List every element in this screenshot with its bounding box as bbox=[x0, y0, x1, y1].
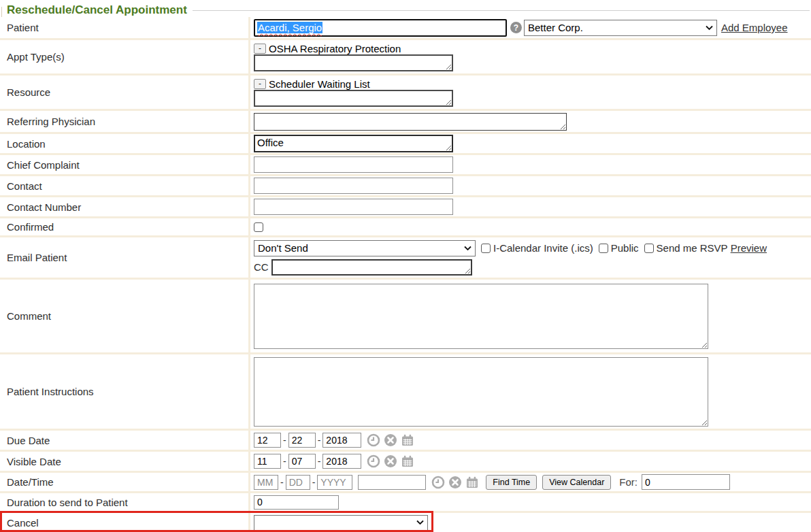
page-title: Reschedule/Cancel Appointment bbox=[7, 3, 187, 17]
resource-collapse-button[interactable]: - bbox=[254, 79, 266, 89]
due-date-year-input[interactable] bbox=[322, 433, 361, 448]
patient-input-selected-text: Acardi, Sergio bbox=[257, 22, 322, 33]
appt-types-selected: OSHA Respiratory Protection bbox=[269, 43, 401, 54]
date-separator: - bbox=[280, 477, 284, 488]
clock-icon[interactable] bbox=[367, 454, 380, 468]
company-select-value: Better Corp. bbox=[528, 22, 583, 33]
send-me-rsvp-checkbox[interactable] bbox=[644, 244, 654, 253]
date-time-month-input[interactable] bbox=[254, 475, 278, 490]
cancel-select[interactable] bbox=[254, 515, 428, 531]
patient-instructions-input[interactable] bbox=[254, 357, 708, 427]
due-date-label: Due Date bbox=[7, 435, 50, 446]
chief-complaint-input[interactable] bbox=[254, 156, 453, 173]
contact-number-input[interactable] bbox=[254, 199, 453, 215]
comment-input[interactable] bbox=[254, 284, 708, 349]
cc-input[interactable] bbox=[271, 259, 472, 276]
chief-complaint-label: Chief Complaint bbox=[7, 159, 80, 171]
calendar-icon[interactable] bbox=[401, 433, 414, 447]
appt-types-collapse-button[interactable]: - bbox=[254, 44, 266, 54]
calendar-icon[interactable] bbox=[465, 476, 479, 489]
clock-icon[interactable] bbox=[367, 433, 380, 447]
patient-input[interactable]: Acardi, Sergio bbox=[254, 19, 507, 37]
row-duration: Duration to send to Patient bbox=[0, 493, 811, 513]
add-employee-link[interactable]: Add Employee bbox=[721, 22, 788, 33]
visible-date-month-input[interactable] bbox=[254, 454, 281, 469]
chevron-down-icon bbox=[416, 520, 424, 525]
row-visible-date: Visible Date - - bbox=[0, 452, 811, 473]
location-label: Location bbox=[7, 138, 46, 150]
resource-selected: Scheduler Waiting List bbox=[269, 78, 370, 90]
comment-label: Comment bbox=[7, 310, 51, 322]
date-separator: - bbox=[318, 435, 321, 446]
for-input[interactable] bbox=[642, 474, 730, 490]
chevron-down-icon bbox=[706, 25, 713, 31]
find-time-button[interactable]: Find Time bbox=[486, 475, 537, 490]
resource-input[interactable] bbox=[254, 90, 453, 107]
cc-label: CC bbox=[254, 261, 269, 273]
visible-date-year-input[interactable] bbox=[322, 454, 361, 469]
row-resource: Resource - Scheduler Waiting List bbox=[0, 76, 811, 111]
clear-date-icon[interactable] bbox=[384, 433, 397, 447]
appt-types-input[interactable] bbox=[254, 54, 453, 71]
view-calendar-button[interactable]: View Calendar bbox=[542, 475, 611, 490]
row-contact: Contact bbox=[0, 176, 811, 197]
company-select[interactable]: Better Corp. bbox=[524, 20, 717, 36]
preview-link[interactable]: Preview bbox=[731, 242, 767, 254]
contact-input[interactable] bbox=[254, 178, 453, 194]
row-contact-number: Contact Number bbox=[0, 197, 811, 218]
confirmed-label: Confirmed bbox=[7, 221, 54, 233]
row-comment: Comment bbox=[0, 280, 811, 354]
duration-input[interactable] bbox=[254, 495, 339, 510]
icalendar-invite-checkbox[interactable] bbox=[481, 244, 491, 253]
time-input[interactable] bbox=[358, 475, 426, 490]
public-checkbox[interactable] bbox=[599, 244, 608, 253]
header-divider bbox=[193, 10, 810, 11]
row-date-time: Date/Time - - Find Time View Calendar Fo… bbox=[0, 473, 811, 493]
row-chief-complaint: Chief Complaint bbox=[0, 155, 811, 176]
referring-physician-input[interactable] bbox=[254, 113, 567, 131]
clear-date-icon[interactable] bbox=[384, 454, 397, 468]
date-time-label: Date/Time bbox=[7, 476, 54, 488]
email-send-select[interactable]: Don't Send bbox=[254, 240, 476, 256]
location-input[interactable]: Office bbox=[254, 135, 453, 152]
date-separator: - bbox=[318, 456, 321, 467]
confirmed-checkbox[interactable] bbox=[254, 222, 263, 232]
row-referring-physician: Referring Physician bbox=[0, 111, 811, 134]
email-patient-label: Email Patient bbox=[7, 252, 67, 263]
date-separator: - bbox=[283, 435, 286, 446]
row-location: Location Office bbox=[0, 134, 811, 155]
public-label: Public bbox=[611, 242, 639, 254]
clear-date-icon[interactable] bbox=[448, 476, 462, 489]
clock-icon[interactable] bbox=[431, 476, 445, 489]
page-header: Reschedule/Cancel Appointment bbox=[0, 0, 811, 17]
patient-instructions-label: Patient Instructions bbox=[7, 386, 94, 397]
icalendar-invite-label: I-Calendar Invite (.ics) bbox=[493, 242, 593, 254]
cancel-label: Cancel bbox=[7, 517, 39, 529]
reschedule-cancel-appointment-page: Reschedule/Cancel Appointment Patient Ac… bbox=[0, 0, 811, 532]
duration-label: Duration to send to Patient bbox=[7, 497, 128, 508]
due-date-day-input[interactable] bbox=[288, 433, 316, 448]
help-icon[interactable]: ? bbox=[510, 22, 522, 33]
date-time-day-input[interactable] bbox=[286, 475, 310, 490]
row-email-patient: Email Patient Don't Send I-Calendar Invi… bbox=[0, 237, 811, 280]
row-appt-types: Appt Type(s) - OSHA Respiratory Protecti… bbox=[0, 40, 811, 76]
row-cancel: Cancel bbox=[0, 513, 811, 532]
visible-date-day-input[interactable] bbox=[288, 454, 316, 469]
appt-types-label: Appt Type(s) bbox=[7, 51, 65, 63]
contact-number-label: Contact Number bbox=[7, 201, 81, 213]
date-time-year-input[interactable] bbox=[317, 475, 352, 490]
email-send-select-value: Don't Send bbox=[258, 242, 308, 254]
contact-label: Contact bbox=[7, 180, 42, 192]
date-separator: - bbox=[312, 477, 316, 488]
chevron-down-icon bbox=[464, 246, 471, 251]
visible-date-label: Visible Date bbox=[7, 456, 61, 467]
row-due-date: Due Date - - bbox=[0, 431, 811, 452]
for-label: For: bbox=[619, 476, 638, 488]
send-me-rsvp-label: Send me RSVP bbox=[657, 242, 728, 254]
patient-label: Patient bbox=[7, 22, 39, 33]
row-patient-instructions: Patient Instructions bbox=[0, 354, 811, 431]
referring-physician-label: Referring Physician bbox=[7, 116, 95, 127]
row-confirmed: Confirmed bbox=[0, 218, 811, 237]
due-date-month-input[interactable] bbox=[254, 433, 281, 448]
calendar-icon[interactable] bbox=[401, 454, 414, 468]
